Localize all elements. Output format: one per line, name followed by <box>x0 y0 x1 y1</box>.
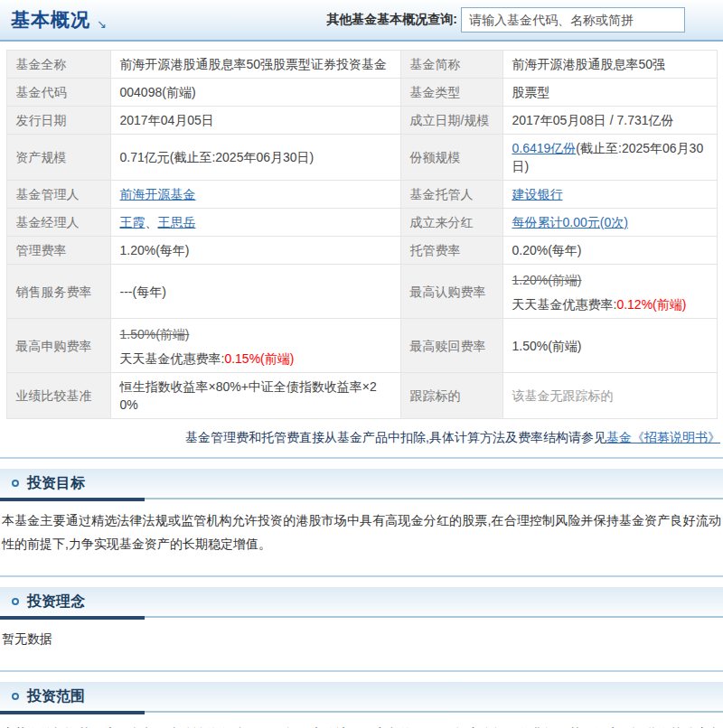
issue-date-label: 发行日期 <box>6 107 110 135</box>
fund-search-input[interactable] <box>461 7 685 33</box>
subscribe-fee-discount-label: 天天基金优惠费率: <box>512 297 617 312</box>
fund-full-name-label: 基金全称 <box>6 51 110 79</box>
table-row: 基金经理人 王霞、王思岳 成立来分红 每份累计0.00元(0次) <box>6 209 717 237</box>
table-row: 发行日期 2017年04月05日 成立日期/规模 2017年05月08日 / 7… <box>6 107 717 135</box>
purchase-fee-label: 最高申购费率 <box>6 319 110 373</box>
subscribe-fee-original: 1.20%(前端) <box>512 271 708 289</box>
sales-fee-label: 销售服务费率 <box>6 265 110 319</box>
section-header: 投资理念 <box>0 587 723 616</box>
asset-scale-value: 0.71亿元(截止至:2025年06月30日) <box>110 135 400 181</box>
manager-company-value: 前海开源基金 <box>110 181 400 209</box>
fund-short-name-value: 前海开源港股通股息率50强 <box>502 51 717 79</box>
share-scale-label: 份额规模 <box>400 135 502 181</box>
fund-manager-link-2[interactable]: 王思岳 <box>158 215 196 229</box>
section-divider <box>0 711 723 714</box>
benchmark-label: 业绩比较基准 <box>6 373 110 419</box>
page-title-text: 基本概况 <box>11 7 90 33</box>
page-header: 基本概况 ↘ 其他基金基本概况查询: <box>0 0 723 42</box>
tracking-value: 该基金无跟踪标的 <box>502 373 717 419</box>
section-investment-scope: 投资范围 本基金的投资范围为具有良好流动性的金融工具,包括国内依法发行上市的股票… <box>0 670 723 728</box>
manager-company-label: 基金管理人 <box>6 181 110 209</box>
redeem-fee-label: 最高赎回费率 <box>400 319 502 373</box>
tracking-label: 跟踪标的 <box>400 373 502 419</box>
bullet-circle-icon <box>12 598 19 605</box>
purchase-fee-discount: 天天基金优惠费率:0.15%(前端) <box>120 350 391 368</box>
fund-query-label: 其他基金基本概况查询: <box>326 12 457 28</box>
section-investment-goal: 投资目标 本基金主要通过精选法律法规或监管机构允许投资的港股市场中具有高现金分红… <box>0 457 723 565</box>
section-title: 投资目标 <box>27 474 85 493</box>
table-row: 业绩比较基准 恒生指数收益率×80%+中证全债指数收益率×20% 跟踪标的 该基… <box>6 373 717 419</box>
fund-managers-label: 基金经理人 <box>6 209 110 237</box>
share-scale-value: 0.6419亿份(截止至:2025年06月30日) <box>502 135 717 181</box>
mgmt-fee-label: 管理费率 <box>6 237 110 265</box>
asset-scale-label: 资产规模 <box>6 135 110 181</box>
section-divider <box>0 498 723 501</box>
custodian-value: 建设银行 <box>502 181 717 209</box>
subscribe-fee-discount: 天天基金优惠费率:0.12%(前端) <box>512 295 708 313</box>
fund-code-label: 基金代码 <box>6 79 110 107</box>
fund-type-label: 基金类型 <box>400 79 502 107</box>
section-header: 投资目标 <box>0 469 723 498</box>
expand-arrow-icon: ↘ <box>97 17 108 33</box>
fee-note: 基金管理费和托管费直接从基金产品中扣除,具体计算方法及费率结构请参见基金《招募说… <box>0 428 720 446</box>
table-row: 最高申购费率 1.50%(前端) 天天基金优惠费率:0.15%(前端) 最高赎回… <box>6 319 717 373</box>
custodian-link[interactable]: 建设银行 <box>512 187 563 201</box>
bullet-circle-icon <box>12 480 19 487</box>
section-divider <box>0 616 723 620</box>
purchase-fee-value: 1.50%(前端) 天天基金优惠费率:0.15%(前端) <box>110 319 400 373</box>
fund-type-value: 股票型 <box>502 79 717 107</box>
dividend-label: 成立来分红 <box>400 209 502 237</box>
investment-goal-text: 本基金主要通过精选法律法规或监管机构允许投资的港股市场中具有高现金分红的股票,在… <box>0 501 723 565</box>
fund-manager-link-1[interactable]: 王霞 <box>120 215 146 229</box>
investment-scope-text: 本基金的投资范围为具有良好流动性的金融工具,包括国内依法发行上市的股票(包括中小… <box>0 714 723 728</box>
prospectus-link[interactable]: 基金《招募说明书》 <box>606 430 720 444</box>
subscribe-fee-discount-value: 0.12%(前端) <box>616 297 686 312</box>
fund-managers-separator: 、 <box>146 215 158 229</box>
dividend-link[interactable]: 每份累计0.00元(0次) <box>512 215 628 229</box>
mgmt-fee-value: 1.20%(每年) <box>110 237 400 265</box>
custody-fee-label: 托管费率 <box>400 237 502 265</box>
sales-fee-value: ---(每年) <box>110 265 400 319</box>
table-row: 基金代码 004098(前端) 基金类型 股票型 <box>6 79 717 107</box>
section-title: 投资范围 <box>27 687 85 706</box>
purchase-fee-discount-value: 0.15%(前端) <box>224 351 294 366</box>
table-row: 资产规模 0.71亿元(截止至:2025年06月30日) 份额规模 0.6419… <box>6 135 717 181</box>
purchase-fee-discount-label: 天天基金优惠费率: <box>120 351 225 366</box>
subscribe-fee-value: 1.20%(前端) 天天基金优惠费率:0.12%(前端) <box>502 265 717 319</box>
subscribe-fee-label: 最高认购费率 <box>400 265 502 319</box>
benchmark-value: 恒生指数收益率×80%+中证全债指数收益率×20% <box>110 373 400 419</box>
fee-note-text: 基金管理费和托管费直接从基金产品中扣除,具体计算方法及费率结构请参见 <box>185 430 606 444</box>
investment-philosophy-text: 暂无数据 <box>0 620 723 659</box>
redeem-fee-value: 1.50%(前端) <box>502 319 717 373</box>
fund-full-name-value: 前海开源港股通股息率50强股票型证券投资基金 <box>110 51 400 79</box>
establish-date-value: 2017年05月08日 / 7.731亿份 <box>502 107 717 135</box>
fund-code-value: 004098(前端) <box>110 79 400 107</box>
section-header: 投资范围 <box>0 682 723 711</box>
custodian-label: 基金托管人 <box>400 181 502 209</box>
fund-query: 其他基金基本概况查询: <box>326 7 685 33</box>
page-title: 基本概况 ↘ <box>11 7 108 33</box>
table-row: 基金全称 前海开源港股通股息率50强股票型证券投资基金 基金简称 前海开源港股通… <box>6 51 717 79</box>
establish-date-label: 成立日期/规模 <box>400 107 502 135</box>
section-title: 投资理念 <box>27 593 85 611</box>
table-row: 管理费率 1.20%(每年) 托管费率 0.20%(每年) <box>6 237 717 265</box>
share-scale-link[interactable]: 0.6419亿份 <box>512 141 577 155</box>
section-investment-philosophy: 投资理念 暂无数据 <box>0 575 723 659</box>
table-row: 基金管理人 前海开源基金 基金托管人 建设银行 <box>6 181 717 209</box>
dividend-value: 每份累计0.00元(0次) <box>502 209 717 237</box>
fund-info-table: 基金全称 前海开源港股通股息率50强股票型证券投资基金 基金简称 前海开源港股通… <box>6 50 718 419</box>
manager-company-link[interactable]: 前海开源基金 <box>120 187 196 201</box>
purchase-fee-original: 1.50%(前端) <box>120 325 391 343</box>
bullet-circle-icon <box>12 693 19 700</box>
custody-fee-value: 0.20%(每年) <box>502 237 717 265</box>
issue-date-value: 2017年04月05日 <box>110 107 400 135</box>
fund-managers-value: 王霞、王思岳 <box>110 209 400 237</box>
table-row: 销售服务费率 ---(每年) 最高认购费率 1.20%(前端) 天天基金优惠费率… <box>6 265 717 319</box>
fund-short-name-label: 基金简称 <box>400 51 502 79</box>
